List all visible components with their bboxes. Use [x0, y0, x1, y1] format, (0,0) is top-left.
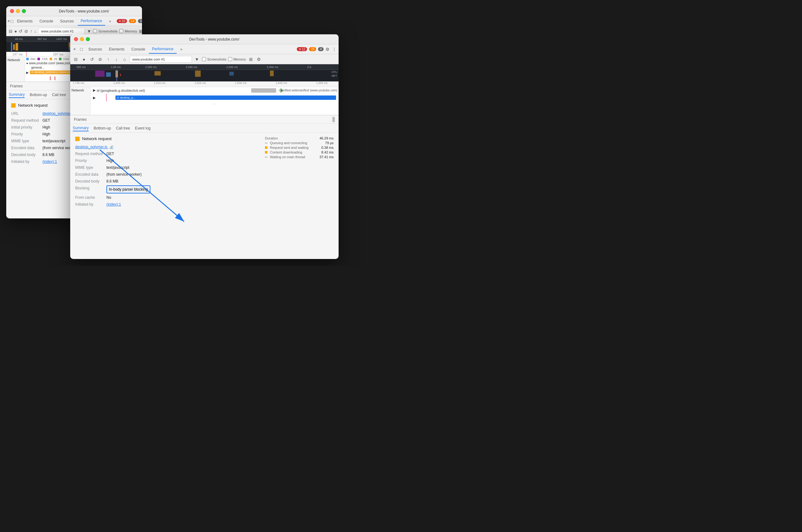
maximize-button-1[interactable]	[22, 9, 26, 13]
decoded-label-2: Decoded body	[75, 178, 107, 184]
duration-row-1-value: 0.38 ms	[321, 146, 333, 150]
info-badge-1: 10	[138, 19, 142, 23]
initiated-label-1: Initiated by	[11, 159, 42, 165]
tab-sources-1[interactable]: Sources	[57, 17, 77, 25]
blocking-row-2: Blocking In-body parser blocking	[75, 185, 333, 193]
dock-icon-1[interactable]: ⊟	[9, 28, 13, 34]
detail-ruler-2: 1,796 ms 1,806 ms 1,816 ms 1,826 ms 1,83…	[70, 81, 339, 87]
chevron-icon-2[interactable]: ▼	[194, 56, 200, 62]
url-value-2[interactable]: desktop_polymer.js 🔗	[75, 144, 113, 150]
memory-checkbox-2[interactable]: Memory	[228, 57, 246, 61]
chevron-icon-1[interactable]: ▼	[87, 28, 91, 34]
close-button-1[interactable]	[10, 9, 14, 13]
title-bar-2: DevTools - www.youtube.com/	[70, 34, 339, 44]
inspect-icon-1[interactable]: ⌖	[7, 18, 10, 24]
download-icon-1[interactable]: ↓	[34, 28, 36, 34]
tab-console-2[interactable]: Console	[128, 45, 148, 54]
cpu-flame-2	[70, 70, 329, 81]
arrow-icon-1: ▶	[26, 71, 29, 74]
address-input-1[interactable]	[38, 28, 85, 35]
home-icon-2[interactable]: ⌂	[121, 56, 128, 62]
tab-console-1[interactable]: Console	[37, 17, 56, 25]
stop-icon-2[interactable]: ⊘	[97, 56, 103, 62]
inspect-icon-2[interactable]: ⌖	[72, 46, 78, 53]
sub-tab-bottomup-2[interactable]: Bottom-up	[94, 126, 111, 131]
duration-row-2-value: 8.42 ms	[321, 150, 333, 154]
method-value-1: GET	[42, 118, 50, 123]
sub-tab-calltree-1[interactable]: Call tree	[52, 92, 66, 98]
encoded-value-2: (from service worker)	[107, 172, 142, 177]
tab-elements-2[interactable]: Elements	[106, 45, 128, 54]
sub-tab-calltree-2[interactable]: Call tree	[116, 126, 130, 131]
duration-row-3-value: 37.41 ms	[320, 155, 333, 159]
network-icon-1[interactable]: ⊞	[139, 28, 142, 34]
duration-row-2-label: Content downloading	[265, 150, 302, 154]
reload-icon-2[interactable]: ↺	[89, 56, 95, 62]
initiated-label-2: Initiated by	[75, 202, 107, 207]
tab-performance-1[interactable]: Performance	[78, 17, 106, 25]
yellow-icon-2	[75, 137, 80, 141]
sub-tab-eventlog-2[interactable]: Event log	[135, 126, 150, 131]
close-button-2[interactable]	[74, 37, 78, 41]
minimize-button-2[interactable]	[80, 37, 84, 41]
net-label-small-2: NET	[331, 74, 337, 77]
ruler-3996: 3,996 ms	[186, 65, 197, 69]
tab-more-1[interactable]: »	[106, 17, 114, 25]
tab-performance-2[interactable]: Performance	[149, 45, 177, 54]
upload-icon-2[interactable]: ↑	[105, 56, 111, 62]
upload-icon-1[interactable]: ↑	[30, 28, 32, 34]
tab-sources-2[interactable]: Sources	[85, 45, 105, 54]
initiated-value-2[interactable]: (index):1	[107, 202, 121, 207]
tab-more-2[interactable]: »	[177, 45, 186, 54]
from-cache-value-2: No	[107, 195, 111, 200]
stop-icon-1[interactable]: ⊘	[24, 28, 28, 34]
network-request-label-1: Network request	[18, 103, 48, 108]
network-request-label-2: Network request	[82, 136, 112, 141]
device-icon-1[interactable]: □	[11, 18, 13, 24]
info-badge-2: 4	[318, 47, 324, 51]
record-icon-1[interactable]: ●	[14, 28, 17, 34]
reload-icon-1[interactable]: ↺	[19, 28, 22, 34]
settings2-icon-2[interactable]: ⚙	[256, 56, 262, 62]
address-input-2[interactable]	[130, 56, 192, 63]
encoded-label-2: Encoded data	[75, 172, 107, 177]
ms-197: 197 ms	[53, 53, 63, 56]
scrollbar-thumb-2[interactable]	[332, 117, 335, 122]
pink-vline-2	[106, 94, 107, 101]
network-icon-2[interactable]: ⊞	[248, 56, 254, 62]
screenshots-checkbox-1[interactable]: Screenshots	[93, 29, 117, 33]
minimize-button-1[interactable]	[16, 9, 20, 13]
devtools-window-2[interactable]: DevTools - www.youtube.com/ ⌖ □ Sources …	[70, 34, 339, 259]
tab-elements-1[interactable]: Elements	[14, 17, 36, 25]
cpu-net-labels-2: CPU NET	[331, 71, 337, 77]
duration-row-3-label: Waiting on main thread	[265, 155, 305, 159]
initiated-value-1[interactable]: (index):1	[42, 159, 57, 165]
network-sidebar-2: Network	[70, 87, 91, 115]
warning-badge-2: 15	[309, 47, 316, 51]
net-row-2-1: ▶ id (googleads.g.doubleclick.net) manif…	[91, 87, 339, 94]
legend-doc-label: Doc	[31, 57, 36, 60]
sub-tab-summary-1[interactable]: Summary	[9, 92, 25, 98]
mime-label-1: MIME type	[11, 138, 42, 144]
settings-icon-2[interactable]: ⚙	[324, 46, 330, 53]
screenshots-checkbox-2[interactable]: Screenshots	[202, 57, 226, 61]
address-bar-row-2: ⊟ ● ↺ ⊘ ↑ ↓ ⌂ ▼ Screenshots Memory ⊞ ⚙	[70, 54, 339, 64]
device-icon-2[interactable]: □	[78, 46, 84, 53]
ruler-2996: 2,996 ms	[145, 65, 157, 69]
memory-checkbox-1[interactable]: Memory	[119, 29, 137, 33]
sub-tab-bottomup-1[interactable]: Bottom-up	[30, 92, 47, 98]
encoded-label-1: Encoded data	[11, 145, 42, 151]
traffic-lights-2[interactable]	[74, 37, 90, 41]
more-icon-2[interactable]: ⋮	[331, 46, 337, 53]
maximize-button-2[interactable]	[86, 37, 90, 41]
sub-tab-summary-2[interactable]: Summary	[73, 125, 89, 131]
ms-1826: 1,826 ms	[194, 81, 206, 84]
legend-css	[37, 58, 40, 60]
download-icon-2[interactable]: ↓	[113, 56, 119, 62]
tab-bar-2: ⌖ □ Sources Elements Console Performance…	[70, 44, 339, 54]
network-label-1: Network	[7, 58, 20, 62]
ruler-6: 6,9	[307, 65, 311, 69]
record-icon-2[interactable]: ●	[81, 56, 87, 62]
traffic-lights-1[interactable]	[10, 9, 26, 13]
dock-icon-2[interactable]: ⊟	[73, 56, 79, 62]
